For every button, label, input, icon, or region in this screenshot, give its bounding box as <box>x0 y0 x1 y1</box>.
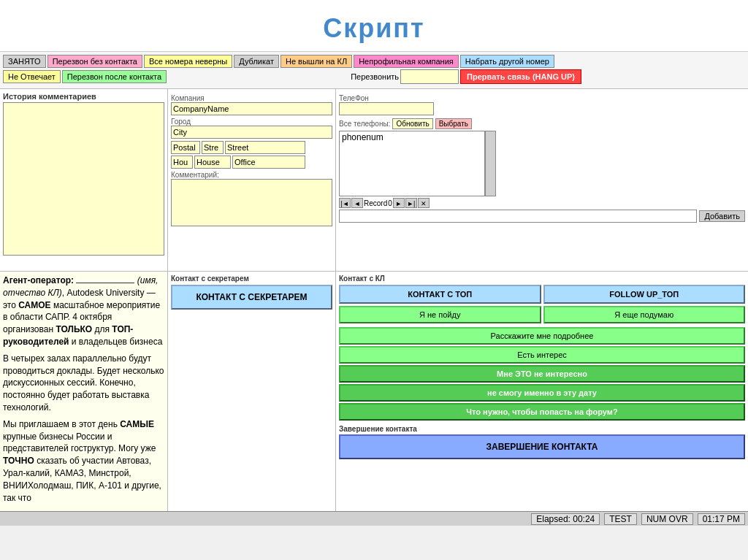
btn-nonprofile[interactable]: Непрофильная компания <box>354 55 459 68</box>
think-button[interactable]: Я еще подумаю <box>543 306 746 323</box>
office-input[interactable] <box>232 156 305 169</box>
status-bar: Elapsed: 00:24 TEST NUM OVR 01:17 PM <box>0 511 748 526</box>
zavershenie-button[interactable]: ЗАВЕРШЕНИЕ КОНТАКТА <box>339 434 745 459</box>
select-button[interactable]: Выбрать <box>435 118 472 129</box>
toolbar-row2: Не Отвечает Перезвон после контакта Пере… <box>3 69 745 84</box>
company-label: Компания <box>171 94 332 102</box>
stre-input[interactable] <box>202 141 224 154</box>
phone-input-row <box>339 102 745 115</box>
nav-last[interactable]: ►| <box>405 198 417 208</box>
time-status: 01:17 PM <box>698 513 745 525</box>
nav-first[interactable]: |◄ <box>339 198 351 208</box>
nav-next[interactable]: ► <box>393 198 405 208</box>
postal-input[interactable] <box>171 141 200 154</box>
history-panel: История комментариев <box>0 89 168 271</box>
redial-input[interactable] <box>400 69 459 84</box>
kl-panel: Контакт с КЛ КОНТАКТ С ТОП FOLLOW UP_ТОП… <box>336 272 748 511</box>
comment-textarea[interactable] <box>171 179 332 226</box>
record-value: 0 <box>388 199 392 207</box>
kl-row2: Я не пойду Я еще подумаю <box>339 306 745 325</box>
follow-up-top-button[interactable]: FOLLOW UP_ТОП <box>543 285 746 304</box>
record-label: Record <box>364 199 387 207</box>
toolbar-row1: ЗАНЯТО Перезвон без контакта Все номера … <box>3 55 745 68</box>
add-phone-input[interactable] <box>339 210 697 223</box>
test-status: TEST <box>604 513 637 525</box>
street-input[interactable] <box>225 141 305 154</box>
btn-busy[interactable]: ЗАНЯТО <box>3 55 46 68</box>
script-line3: Мы приглашаем в этот день САМЫЕ крупные … <box>3 418 164 505</box>
secretary-section-label: Контакт с секретарем <box>171 275 332 283</box>
interest-button[interactable]: Есть интерес <box>339 346 745 364</box>
comment-label: Комментарий: <box>171 171 332 179</box>
btn-recall-no-contact[interactable]: Перезвон без контакта <box>47 55 142 68</box>
script-line1: Агент-оператор: (имя, отчество КЛ), Auto… <box>3 275 164 348</box>
city-label: Город <box>171 118 332 126</box>
secretary-panel: Контакт с секретарем КОНТАКТ С СЕКРЕТАРЕ… <box>168 272 336 511</box>
phone-input[interactable] <box>339 102 434 115</box>
history-textarea[interactable] <box>3 102 164 256</box>
btn-no-answer[interactable]: Не Отвечает <box>3 70 61 83</box>
btn-dial-other[interactable]: Набрать другой номер <box>460 55 554 68</box>
btn-all-wrong[interactable]: Все номера неверны <box>144 55 232 68</box>
add-row: Добавить <box>339 210 745 223</box>
kl-top-row: КОНТАКТ С ТОП FOLLOW UP_ТОП <box>339 285 745 304</box>
nav-extra[interactable]: ✕ <box>418 198 430 208</box>
btn-duplicate[interactable]: Дубликат <box>234 55 279 68</box>
company-input[interactable] <box>171 102 332 115</box>
add-button[interactable]: Добавить <box>699 210 745 222</box>
bottom-section: Агент-оператор: (имя, отчество КЛ), Auto… <box>0 272 748 511</box>
kl-section-label: Контакт с КЛ <box>339 275 745 283</box>
phone-label: ТелеФон <box>339 94 745 102</box>
how-forum-button[interactable]: Что нужно, чтобы попасть на форум? <box>339 403 745 421</box>
toolbar: ЗАНЯТО Перезвон без контакта Все номера … <box>0 52 748 89</box>
cant-date-button[interactable]: не смогу именно в эту дату <box>339 384 745 402</box>
main-content: История комментариев Компания Город Комм… <box>0 89 748 511</box>
contact-secretary-button[interactable]: КОНТАКТ С СЕКРЕТАРЕМ <box>171 285 332 310</box>
elapsed-status: Elapsed: 00:24 <box>531 513 600 525</box>
script-panel: Агент-оператор: (имя, отчество КЛ), Auto… <box>0 272 168 511</box>
num-ovr-status: NUM OVR <box>641 513 693 525</box>
phone-list-item: phonenum <box>340 131 484 143</box>
company-panel: Компания Город Комментарий: <box>168 89 336 271</box>
history-title: История комментариев <box>3 92 164 101</box>
house-input[interactable] <box>194 156 231 169</box>
nav-prev[interactable]: ◄ <box>351 198 363 208</box>
nav-row: |◄ ◄ Record 0 ► ►| ✕ <box>339 198 745 208</box>
update-button[interactable]: Обновить <box>392 118 432 129</box>
hou-input[interactable] <box>171 156 193 169</box>
hangup-button[interactable]: Прервать связь (HANG UP) <box>460 69 581 84</box>
phone-scrollbar[interactable] <box>485 131 496 196</box>
city-input[interactable] <box>171 126 332 139</box>
all-phones-label: Все телефоны: <box>339 120 390 128</box>
zavershenie-label: Завершение контакта <box>339 425 745 433</box>
script-line2: В четырех залах параллельно будут провод… <box>3 353 164 414</box>
btn-recall-after[interactable]: Перезвон после контакта <box>62 70 167 83</box>
top-section: История комментариев Компания Город Комм… <box>0 89 748 272</box>
btn-not-exit[interactable]: Не вышли на КЛ <box>280 55 352 68</box>
contact-top-button[interactable]: КОНТАКТ С ТОП <box>339 285 541 304</box>
phone-panel: ТелеФон Все телефоны: Обновить Выбрать p… <box>336 89 748 271</box>
not-interesting-button[interactable]: Мне ЭТО не интересно <box>339 365 745 383</box>
redial-label: Перезвонить <box>351 72 399 81</box>
tell-more-button[interactable]: Расскажите мне подробнее <box>339 327 745 345</box>
no-go-button[interactable]: Я не пойду <box>339 306 541 323</box>
phone-list[interactable]: phonenum <box>339 131 485 196</box>
page-title: Скрипт <box>0 0 748 52</box>
